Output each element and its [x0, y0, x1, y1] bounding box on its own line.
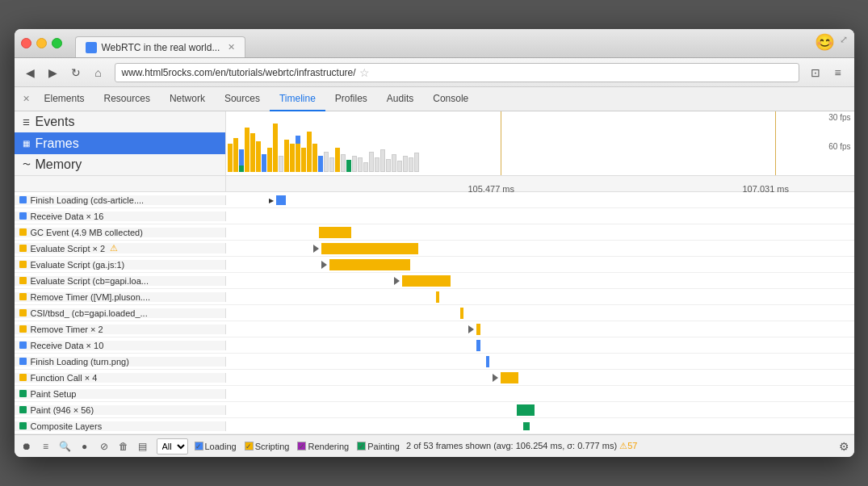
address-bar[interactable]: www.html5rocks.com/en/tutorials/webrtc/i… — [115, 63, 799, 82]
loading-dot — [19, 341, 27, 349]
event-bar-area — [226, 305, 854, 321]
dot-button[interactable]: ● — [78, 439, 92, 454]
scripting-dot — [19, 309, 27, 316]
event-text: Evaluate Script (cb=gapi.loa... — [31, 276, 149, 286]
devtools-close-button[interactable]: ✕ — [18, 94, 35, 104]
painting-label: Painting — [367, 442, 400, 451]
extensions-button[interactable]: ⊡ — [806, 63, 825, 82]
browser-tab[interactable]: WebRTC in the real world... ✕ — [75, 36, 246, 57]
fps-60-label: 60 fps — [828, 142, 850, 151]
tab-elements[interactable]: Elements — [35, 87, 94, 111]
reload-button[interactable]: ↻ — [66, 63, 86, 82]
painting-dot — [19, 390, 27, 397]
trash-button[interactable]: 🗑 — [116, 439, 131, 454]
event-label: Evaluate Script (cb=gapi.loa... — [15, 276, 226, 286]
filter-button[interactable]: ▤ — [136, 439, 150, 454]
settings-gear-icon[interactable]: ⚙ — [839, 440, 849, 453]
bookmark-icon[interactable]: ☆ — [359, 66, 370, 79]
close-button[interactable] — [21, 38, 31, 48]
chart-right: 30 fps 60 fps — [226, 111, 854, 175]
event-text: Remove Timer ([VM].pluson.... — [31, 292, 151, 302]
warning-icon: ⚠ — [110, 243, 118, 253]
events-container: 105.477 ms 107.031 ms Finish Loading (cd… — [15, 176, 854, 434]
menu-button[interactable]: ≡ — [828, 63, 848, 82]
loading-dot — [19, 196, 27, 203]
event-bar-area — [226, 224, 854, 240]
forward-button[interactable]: ▶ — [44, 63, 63, 82]
sidebar-events[interactable]: ☰ Events — [15, 111, 225, 132]
record-button[interactable]: ⏺ — [19, 439, 34, 454]
nav-bar: ◀ ▶ ↻ ⌂ www.html5rocks.com/en/tutorials/… — [15, 58, 854, 87]
event-text: Evaluate Script (ga.js:1) — [31, 260, 125, 270]
tab-favicon — [86, 42, 97, 53]
bottom-bar: ⏺ ≡ 🔍 ● ⊘ 🗑 ▤ All ✓ Loading ✓ Scripting … — [15, 434, 854, 457]
loading-checkbox-box[interactable]: ✓ — [195, 442, 203, 450]
event-bar-area — [226, 241, 854, 256]
event-text: Composite Layers — [31, 421, 103, 431]
memory-label: Memory — [36, 157, 82, 172]
search-button[interactable]: 🔍 — [58, 439, 73, 454]
rendering-checkbox-box[interactable]: ✓ — [297, 442, 306, 450]
clear-button[interactable]: ≡ — [39, 439, 53, 454]
event-label: Remove Timer × 2 — [15, 325, 226, 334]
scripting-checkbox[interactable]: ✓ Scripting — [245, 442, 290, 451]
maximize-button[interactable] — [52, 38, 62, 48]
painting-dot — [19, 406, 27, 413]
tab-console[interactable]: Console — [423, 87, 478, 111]
event-label: Finish Loading (turn.png) — [15, 357, 226, 367]
event-label: Evaluate Script (ga.js:1) — [15, 260, 226, 270]
sidebar-frames[interactable]: ▦ Frames — [15, 132, 225, 154]
table-row: GC Event (4.9 MB collected) — [15, 224, 854, 241]
url-text: www.html5rocks.com/en/tutorials/webrtc/i… — [122, 67, 356, 78]
tab-network[interactable]: Network — [160, 87, 215, 111]
event-bar-area — [226, 337, 854, 353]
back-button[interactable]: ◀ — [21, 63, 40, 82]
table-row: Evaluate Script (ga.js:1) — [15, 257, 854, 273]
stop-button[interactable]: ⊘ — [97, 439, 111, 454]
filter-select[interactable]: All — [157, 438, 188, 455]
rendering-checkbox[interactable]: ✓ Rendering — [297, 442, 349, 451]
event-label: GC Event (4.9 MB collected) — [15, 228, 226, 237]
event-label: Receive Data × 10 — [15, 341, 226, 350]
loading-dot — [19, 358, 27, 365]
tab-sources[interactable]: Sources — [215, 87, 270, 111]
window-controls — [21, 38, 62, 48]
painting-checkbox-box[interactable]: ✓ — [357, 442, 366, 450]
scripting-dot — [19, 325, 27, 333]
scripting-label: Scripting — [255, 442, 290, 451]
event-bar-area: ▶ — [226, 192, 854, 207]
scripting-dot — [19, 374, 27, 381]
devtools-tab-bar: ✕ Elements Resources Network Sources Tim… — [15, 87, 854, 111]
painting-checkbox[interactable]: ✓ Painting — [357, 442, 400, 451]
sidebar-memory[interactable]: 〜 Memory — [15, 154, 225, 175]
loading-dot — [19, 212, 27, 220]
tab-close-icon[interactable]: ✕ — [228, 42, 235, 52]
table-row: Composite Layers — [15, 418, 854, 434]
home-button[interactable]: ⌂ — [89, 63, 108, 82]
scripting-checkbox-box[interactable]: ✓ — [245, 442, 254, 450]
event-bar-area — [226, 273, 854, 288]
tab-profiles[interactable]: Profiles — [325, 87, 377, 111]
browser-window: WebRTC in the real world... ✕ 😊 ⤢ ◀ ▶ ↻ … — [15, 29, 854, 457]
tab-timeline[interactable]: Timeline — [270, 87, 325, 111]
painting-dot — [19, 422, 27, 429]
event-label: Composite Layers — [15, 421, 226, 431]
minimize-button[interactable] — [36, 38, 47, 48]
event-text: Evaluate Script × 2 — [31, 244, 106, 253]
event-label: Evaluate Script × 2 ⚠ — [15, 243, 226, 253]
scripting-dot — [19, 293, 27, 300]
event-text: Receive Data × 10 — [31, 341, 104, 350]
chart-left-panel: ☰ Events ▦ Frames 〜 Memory — [15, 111, 226, 175]
table-row: Paint (946 × 56) — [15, 402, 854, 418]
loading-checkbox[interactable]: ✓ Loading — [195, 442, 237, 451]
table-row: Remove Timer ([VM].pluson.... — [15, 289, 854, 305]
emoji-icon: 😊 — [815, 32, 835, 52]
scripting-dot — [19, 245, 27, 252]
tab-audits[interactable]: Audits — [377, 87, 423, 111]
event-bar-area — [226, 386, 854, 401]
fullscreen-button[interactable]: ⤢ — [840, 34, 848, 45]
event-label: Remove Timer ([VM].pluson.... — [15, 292, 226, 302]
frames-label: Frames — [36, 136, 79, 151]
tab-resources[interactable]: Resources — [94, 87, 160, 111]
event-text: Finish Loading (cds-article.... — [31, 195, 145, 205]
